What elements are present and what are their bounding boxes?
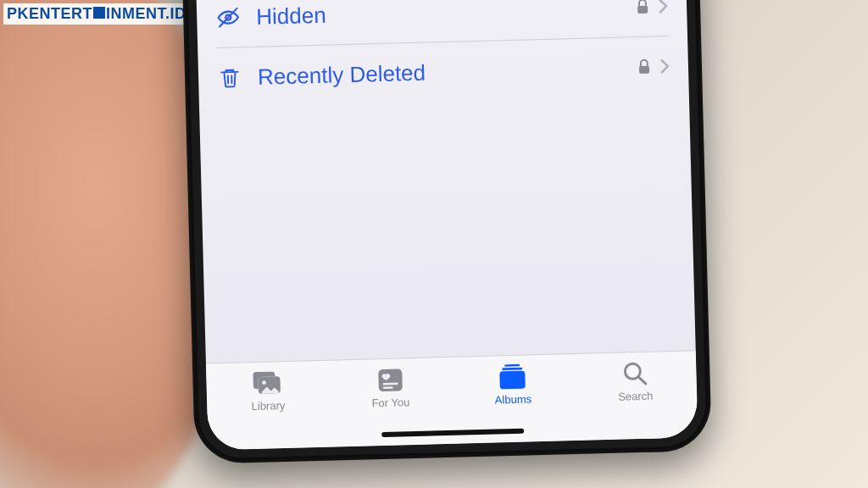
svg-rect-13 [382, 386, 392, 389]
library-icon [253, 370, 282, 396]
phone-frame: Screenshots 2 Utilities [178, 0, 712, 464]
search-icon [622, 361, 648, 387]
svg-rect-6 [639, 66, 649, 74]
album-trail [636, 0, 668, 14]
trash-icon [217, 64, 243, 91]
svg-rect-14 [504, 364, 520, 367]
album-row-recently-deleted[interactable]: Recently Deleted [216, 36, 670, 108]
svg-rect-15 [502, 368, 522, 370]
lock-icon [637, 59, 651, 75]
watermark: PKENTERTINMENT.ID [3, 3, 190, 25]
tab-search[interactable]: Search [597, 360, 674, 403]
phone-screen: Screenshots 2 Utilities [192, 0, 698, 450]
tab-label: Library [251, 399, 285, 413]
lock-icon [636, 0, 649, 14]
tab-label: Search [618, 390, 654, 403]
tab-for-you[interactable]: For You [352, 367, 429, 410]
chevron-right-icon [659, 58, 670, 74]
hidden-icon [215, 5, 242, 30]
album-label: Recently Deleted [258, 54, 623, 90]
tab-library[interactable]: Library [229, 369, 306, 413]
svg-rect-16 [500, 371, 526, 390]
foryou-icon [377, 367, 403, 393]
photo-background: PKENTERTINMENT.ID Screenshots 2 [0, 0, 868, 488]
album-trail [637, 58, 670, 75]
tab-label: For You [371, 396, 409, 409]
tab-albums[interactable]: Albums [474, 363, 551, 407]
tab-label: Albums [495, 392, 532, 406]
svg-rect-3 [637, 6, 648, 14]
albums-icon [498, 364, 526, 391]
svg-rect-12 [382, 383, 398, 385]
albums-list[interactable]: Screenshots 2 Utilities [192, 0, 696, 363]
svg-line-18 [638, 377, 645, 384]
chevron-right-icon [658, 0, 668, 14]
album-label: Hidden [256, 0, 621, 30]
